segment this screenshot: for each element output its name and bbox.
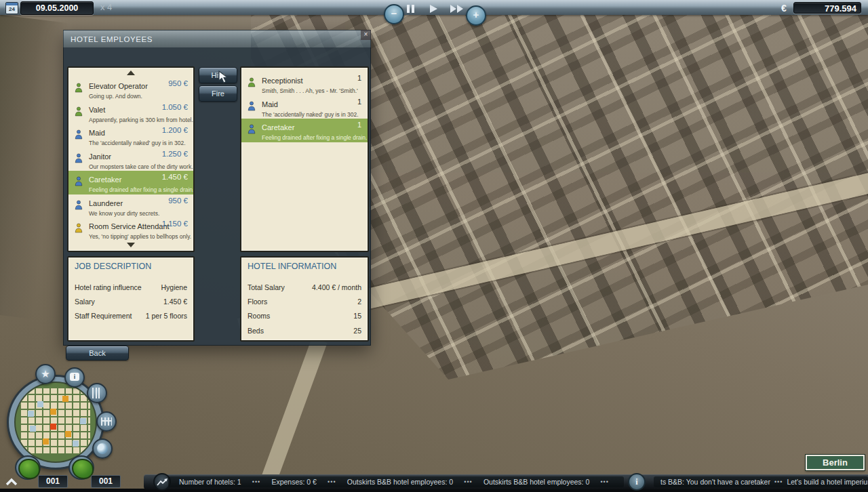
employee-name: Caretaker (89, 176, 121, 184)
employee-name: Maid (89, 129, 105, 137)
person-icon (75, 83, 83, 93)
fire-button[interactable]: Fire (199, 85, 237, 102)
top-bar: 24 09.05.2000 x 4 − + € 779.594 (0, 0, 868, 15)
counter-display: 001 (91, 475, 121, 488)
employee-row[interactable]: Elevator Operator 950 € Going up. And do… (68, 77, 193, 101)
hired-employees-list: Receptionist 1 Smith, Smith . . . Ah, ye… (240, 66, 369, 252)
employee-name: Receptionist (262, 77, 303, 85)
employee-salary: 1.050 € (162, 103, 188, 111)
employee-count: 1 (357, 98, 361, 106)
employee-salary: 1.200 € (162, 126, 188, 134)
message-info-icon[interactable]: i (628, 473, 646, 491)
employee-row[interactable]: Maid 1.200 € The 'accidentally naked' gu… (68, 124, 193, 148)
info-value: 15 (353, 312, 361, 320)
info-value: 2 (357, 298, 361, 306)
tree-icon[interactable] (15, 455, 41, 480)
counter-display: 001 (38, 475, 68, 488)
job-label: Salary (75, 298, 95, 306)
minimap-map[interactable] (14, 382, 97, 463)
employee-name: Launderer (89, 199, 123, 207)
employee-desc: Smith, Smith . . . Ah, yes - Mr. 'Smith.… (262, 87, 362, 94)
building-icon[interactable] (87, 383, 107, 403)
info-value: 25 (353, 327, 361, 335)
hired-row[interactable]: Receptionist 1 Smith, Smith . . . Ah, ye… (241, 72, 368, 96)
zoom-out-button[interactable]: − (384, 4, 404, 24)
status-items: Number of hotels: 1 ••• Expenses: 0 € ••… (168, 476, 624, 487)
separator-dots: ••• (464, 476, 472, 487)
employee-name: Caretaker (262, 123, 294, 131)
dialog-title: HOTEL EMPLOYEES (63, 30, 371, 47)
employee-name: Valet (89, 106, 105, 114)
employee-salary: 1.450 € (162, 173, 188, 181)
employee-row[interactable]: Janitor 1.250 € Our mopsters take care o… (68, 148, 193, 171)
person-icon (75, 129, 83, 140)
pause-button[interactable] (407, 5, 414, 13)
job-value: 1.450 € (163, 298, 187, 306)
info-icon[interactable]: i (64, 367, 85, 388)
employee-desc: The 'accidentally naked' guy is in 302. (89, 140, 188, 146)
person-icon (248, 124, 256, 134)
scroll-up-icon[interactable] (127, 70, 135, 75)
separator-dots: ••• (600, 476, 608, 487)
person-icon (75, 153, 83, 163)
scroll-down-icon[interactable] (127, 243, 135, 247)
person-icon (75, 223, 83, 233)
info-label: Floors (248, 298, 267, 306)
separator-dots: ••• (774, 476, 783, 487)
minimap-grid (20, 388, 90, 455)
separator-dots: ••• (328, 476, 336, 487)
employee-name: Elevator Operator (89, 82, 148, 90)
job-label: Hotel rating influence (75, 283, 142, 291)
calendar-icon: 24 (5, 2, 18, 14)
status-bar: Number of hotels: 1 ••• Expenses: 0 € ••… (144, 474, 868, 489)
play-button[interactable] (430, 5, 437, 13)
employee-name: Room Service Attendant (89, 222, 170, 230)
globe-icon[interactable] (92, 438, 113, 459)
employee-desc: Apparently, parking is 300 km from hotel… (89, 117, 188, 123)
employee-salary: 950 € (168, 79, 188, 87)
job-row: Staff Requirement 1 per 5 floors (68, 309, 193, 323)
ticker-message: ts B&B: You don't have a caretaker (660, 476, 770, 487)
employee-salary: 1.250 € (162, 150, 188, 158)
employee-desc: The 'accidentally naked' guy is in 302. (262, 111, 362, 118)
zoom-in-button[interactable]: + (466, 5, 486, 26)
job-description-title: JOB DESCRIPTION (75, 262, 151, 271)
employee-row[interactable]: Valet 1.050 € Apparently, parking is 300… (68, 101, 193, 125)
info-value: 4.400 € / month (312, 283, 361, 291)
hire-button[interactable]: Hire (199, 67, 237, 83)
info-row: Total Salary 4.400 € / month (241, 280, 368, 294)
person-icon (75, 200, 83, 210)
person-icon (248, 101, 256, 111)
close-icon[interactable]: × (361, 30, 371, 40)
employee-desc: Going up. And down. (89, 93, 188, 100)
employee-name: Janitor (89, 152, 111, 161)
dialog-body: Elevator Operator 950 € Going up. And do… (63, 47, 371, 346)
hired-row[interactable]: Maid 1 The 'accidentally naked' guy is i… (241, 96, 368, 119)
status-item: Outskirts B&B hotel employees: 0 (484, 476, 589, 487)
back-button[interactable]: Back (66, 346, 129, 361)
person-icon (75, 176, 83, 186)
fast-forward-button[interactable] (450, 5, 464, 13)
employee-desc: Feeling drained after fixing a single dr… (89, 186, 188, 193)
employee-row[interactable]: Room Service Attendant 1.150 € Yes, 'no … (68, 218, 193, 241)
info-row: Floors 2 (241, 294, 368, 308)
info-label: Total Salary (248, 283, 285, 291)
employee-desc: Yes, 'no tipping' applies to bellhops on… (89, 233, 188, 240)
money-display: 779.594 (793, 2, 861, 14)
employee-row-selected[interactable]: Caretaker 1.450 € Feeling drained after … (68, 171, 193, 194)
message-ticker: ts B&B: You don't have a caretaker ••• L… (654, 476, 868, 487)
employee-salary: 950 € (168, 197, 188, 205)
info-label: Beds (248, 327, 264, 335)
employee-count: 1 (357, 121, 361, 129)
star-icon[interactable]: ★ (35, 364, 56, 384)
hotel-information-panel: HOTEL INFORMATION Total Salary 4.400 € /… (240, 256, 369, 342)
hotel-information-title: HOTEL INFORMATION (248, 262, 336, 271)
fence-icon[interactable] (96, 411, 117, 432)
job-value: 1 per 5 floors (146, 312, 187, 320)
separator-dots: ••• (252, 476, 260, 487)
employee-row[interactable]: Launderer 950 € We know your dirty secre… (68, 194, 193, 218)
employee-desc: We know your dirty secrets. (89, 210, 188, 217)
hired-row-selected[interactable]: Caretaker 1 Feeling drained after fixing… (241, 119, 368, 142)
currency-icon: € (781, 3, 787, 14)
chevron-up-icon[interactable] (5, 476, 18, 489)
